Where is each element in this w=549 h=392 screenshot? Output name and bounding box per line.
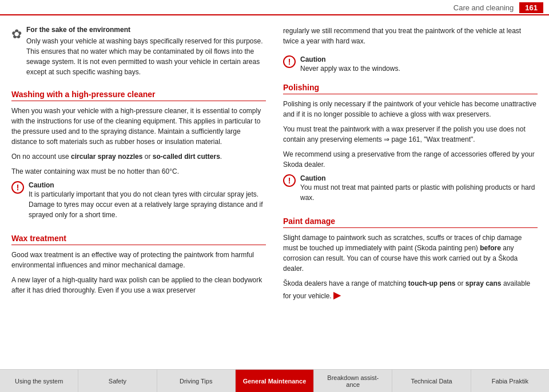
paint-damage-para2: Škoda dealers have a range of matching t…	[283, 278, 538, 302]
washing-caution-content: Caution It is particularly important tha…	[29, 181, 266, 225]
nav-fabia-praktik[interactable]: Fabia Praktik	[471, 370, 549, 392]
paint-damage-section: Paint damage Slight damage to paintwork …	[283, 217, 538, 302]
polishing-caution-box: ! Caution You must not treat mat painted…	[283, 174, 538, 207]
wax-caution-label: Caution	[300, 55, 326, 63]
caution-icon: !	[11, 181, 24, 194]
washing-section: Washing with a high-pressure cleaner Whe…	[11, 90, 266, 225]
paint-bold: before	[480, 244, 501, 252]
wax-section: Wax treatment Good wax treatment is an e…	[11, 234, 266, 295]
environment-box: ✿ For the sake of the environment Only w…	[11, 26, 266, 82]
washing-bold2: so-called dirt cutters	[153, 153, 220, 161]
left-column: ✿ For the sake of the environment Only w…	[11, 26, 266, 358]
wax-caution-icon: !	[283, 55, 296, 68]
nav-general-maintenance[interactable]: General Maintenance	[236, 370, 314, 392]
paint-damage-title: Paint damage	[283, 217, 538, 228]
washing-caution-body: It is particularly important that you do…	[29, 189, 266, 220]
washing-caution-label: Caution	[29, 181, 54, 189]
nav-driving-tips[interactable]: Driving Tips	[157, 370, 236, 392]
environment-title: For the sake of the environment	[26, 26, 266, 34]
polishing-title: Polishing	[283, 83, 538, 94]
polishing-para2: You must treat the paintwork with a wax …	[283, 124, 538, 145]
polishing-caution-label: Caution	[300, 174, 326, 182]
washing-para1: When you wash your vehicle with a high-p…	[11, 106, 266, 147]
bottom-nav: Using the system Safety Driving Tips Gen…	[0, 369, 549, 392]
polishing-para1: Polishing is only necessary if the paint…	[283, 99, 538, 119]
next-page-arrow: ▶	[333, 290, 340, 300]
chapter-title: Care and cleaning	[453, 3, 514, 12]
washing-title: Washing with a high-pressure cleaner	[11, 90, 266, 101]
washing-para3: The water containing wax must be no hott…	[11, 166, 266, 177]
washing-para2: On no account use circular spray nozzles…	[11, 151, 266, 162]
polishing-caution-icon: !	[283, 174, 296, 187]
touch-up-bold: touch-up pens	[408, 279, 456, 287]
nav-safety[interactable]: Safety	[78, 370, 157, 392]
environment-content: For the sake of the environment Only was…	[26, 26, 266, 82]
nav-breakdown[interactable]: Breakdown assist-ance	[314, 370, 392, 392]
polishing-caution-body: You must not treat mat painted parts or …	[300, 182, 538, 203]
washing-caution-box: ! Caution It is particularly important t…	[11, 181, 266, 225]
continuation-text: regularly we still recommend that you tr…	[283, 26, 538, 46]
wax-caution-body: Never apply wax to the windows.	[300, 63, 400, 74]
environment-icon: ✿	[11, 27, 22, 42]
wax-para1: Good wax treatment is an effective way o…	[11, 250, 266, 270]
wax-para2: A new layer of a high-quality hard wax p…	[11, 275, 266, 295]
nav-technical-data[interactable]: Technical Data	[392, 370, 471, 392]
nav-using-system[interactable]: Using the system	[0, 370, 78, 392]
polishing-para3: We recommend using a preservative from t…	[283, 149, 538, 170]
page-header: Care and cleaning 161	[0, 0, 549, 15]
polishing-caution-content: Caution You must not treat mat painted p…	[300, 174, 538, 207]
main-content: ✿ For the sake of the environment Only w…	[0, 15, 549, 364]
wax-caution-content: Caution Never apply wax to the windows.	[300, 55, 400, 78]
spray-cans-bold: spray cans	[466, 279, 502, 287]
polishing-section: Polishing Polishing is only necessary if…	[283, 83, 538, 207]
wax-caution-box: ! Caution Never apply wax to the windows…	[283, 55, 538, 78]
environment-body: Only wash your vehicle at washing bays s…	[26, 36, 266, 77]
right-column: regularly we still recommend that you tr…	[283, 26, 538, 358]
wax-title: Wax treatment	[11, 234, 266, 245]
paint-damage-para1: Slight damage to paintwork such as scrat…	[283, 233, 538, 274]
page-number: 161	[519, 2, 543, 13]
washing-bold1: circular spray nozzles	[71, 153, 142, 161]
